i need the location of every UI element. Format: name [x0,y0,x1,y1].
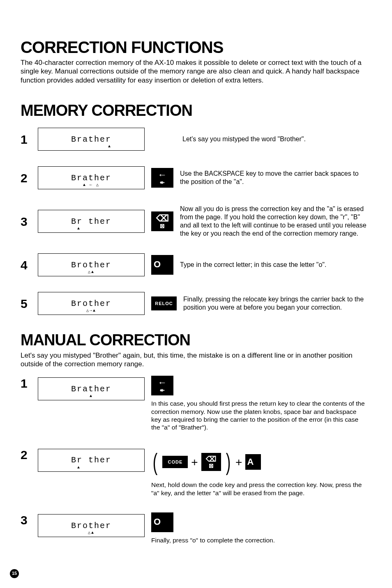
display-box: Brother △▲ [38,253,145,276]
display-box: Brather ▲ [38,377,145,400]
plus-icon: + [235,455,242,469]
step-description: Type in the correct letter; in this case… [180,261,369,269]
memory-steps: 1 Brather ▲ Let's say you mistyped the w… [21,128,371,315]
memory-step-2: 2 Brather ▲ ← △ ← ↞ Use the BACKSPACE ke… [21,166,371,189]
memory-step-1: 1 Brather ▲ Let's say you mistyped the w… [21,128,371,151]
arrow-left-icon: ← [158,170,167,179]
carrier-indicator: △→▲ [86,309,96,313]
carrier-indicator: ▲ [77,466,81,470]
key-label: O [154,260,161,269]
step-description: Next, hold down the code key and press t… [151,481,365,497]
arrow-double-left-icon: ↞ [160,387,165,393]
title-correction-functions: CORRECTION FUNCTIONS [21,37,371,57]
display-text: Br ther [71,455,111,465]
title-memory-correction: MEMORY CORRECTION [21,101,371,121]
letter-o-key-icon: O [151,512,173,532]
key-label: O [154,517,161,526]
code-key-icon: CODE [162,456,188,468]
page-number-badge: 15 [10,569,19,578]
step-number: 2 [21,447,31,463]
display-text: Brather [71,134,111,145]
step-number: 2 [21,170,31,186]
display-text: Br ther [71,216,111,227]
step-description: Use the BACKSPACE key to move the carrie… [180,170,369,186]
step-description: Let's say you mistyped the word "Brother… [182,135,371,143]
display-text: Brother [71,299,111,309]
box-x-icon: ⊠ [160,223,165,229]
display-box: Brather ▲ ← △ [38,166,145,189]
correction-key-icon: ⌫ ⊠ [151,211,173,231]
manual-steps: 1 Brather ▲ ← ↞ In this case, you should… [21,376,371,544]
step-number: 3 [21,512,31,528]
erase-icon: ⌫ [156,214,169,223]
key-label: A [247,457,254,466]
manual-intro-paragraph: Let's say you mistyped "Brother" again, … [21,351,371,369]
backspace-key-icon: ← ↞ [151,376,173,395]
memory-step-3: 3 Br ther ▲ ⌫ ⊠ Now all you do is press … [21,205,371,238]
display-box: Br ther ▲ [38,210,145,233]
memory-step-4: 4 Brother △▲ O Type in the correct lette… [21,253,371,276]
letter-a-key-icon: A [245,454,261,470]
carrier-indicator: △▲ [88,531,95,535]
step-number: 3 [21,214,31,230]
manual-step-1: 1 Brather ▲ ← ↞ In this case, you should… [21,376,371,432]
display-text: Brather [71,384,111,394]
key-label: RELOC [155,301,173,306]
step-description: In this case, you should first press the… [151,400,365,432]
carrier-indicator: ▲ [90,394,93,398]
manual-step-3: 3 Brother △▲ O Finally, press "o" to com… [21,512,371,544]
carrier-indicator: ▲ [108,145,111,149]
display-box: Br ther ▲ [38,449,145,472]
title-manual-correction: MANUAL CORRECTION [21,331,371,350]
step-number: 1 [21,132,31,147]
step-number: 4 [21,257,31,273]
arrow-double-left-icon: ↞ [160,179,165,185]
reloc-key-icon: RELOC [151,296,177,310]
step-number: 5 [21,296,31,312]
display-text: Brather [71,173,111,183]
display-box: Brother △▲ [38,514,145,537]
correction-key-icon: ⌫ ⊠ [201,453,221,471]
key-combination: ( CODE + ⌫ ⊠ ) + A [151,447,371,477]
display-text: Brother [71,260,111,270]
key-label: CODE [168,460,182,464]
step-description: Now all you do is press the correction k… [180,205,369,238]
step-number: 1 [21,376,31,391]
paren-open-icon: ( [153,447,158,477]
manual-step-2: 2 Br ther ▲ ( CODE + ⌫ ⊠ ) + A [21,447,371,497]
step-description: Finally, press "o" to complete the corre… [151,536,365,544]
letter-o-key-icon: O [151,255,173,275]
box-x-icon: ⊠ [209,463,214,469]
backspace-key-icon: ← ↞ [151,168,173,188]
intro-paragraph: The 40-character correction memory of th… [21,58,371,85]
step-description: Finally, pressing the relocate key bring… [183,295,371,312]
display-text: Brother [71,521,111,531]
paren-close-icon: ) [226,447,231,477]
display-box: Brother △→▲ [38,292,145,315]
memory-step-5: 5 Brother △→▲ RELOC Finally, pressing th… [21,292,371,315]
carrier-indicator: △▲ [88,270,95,274]
arrow-left-icon: ← [158,378,167,387]
display-box: Brather ▲ [38,128,145,151]
erase-icon: ⌫ [206,455,216,463]
carrier-indicator: ▲ ← △ [83,183,99,187]
plus-icon: + [191,455,198,469]
carrier-indicator: ▲ [77,227,81,231]
